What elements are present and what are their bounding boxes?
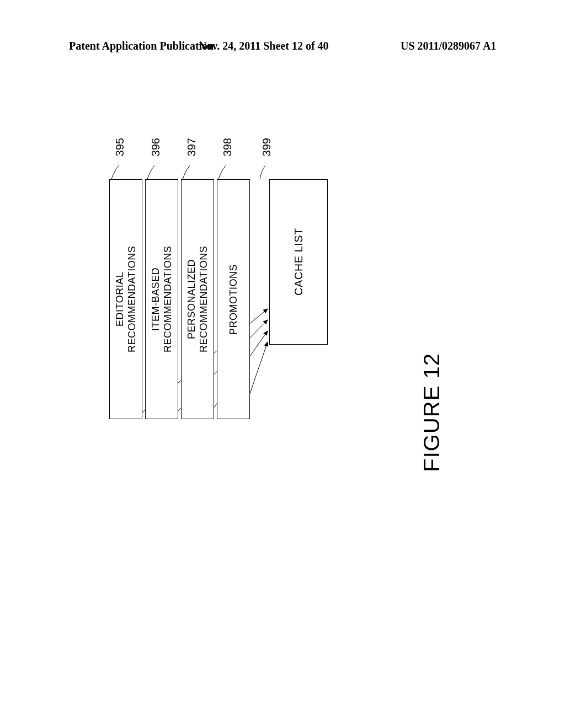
ref-398: 398 <box>221 138 234 156</box>
figure-title: FIGURE 12 <box>419 353 444 472</box>
diagram-svg <box>0 83 565 634</box>
box-personalized-label: PERSONALIZED RECOMMENDATIONS <box>185 246 210 352</box>
box-item-based-label: ITEM-BASED RECOMMENDATIONS <box>150 246 174 352</box>
header-center: Nov. 24, 2011 Sheet 12 of 40 <box>199 40 329 52</box>
box-editorial-label: EDITORIAL RECOMMENDATIONS <box>114 246 138 352</box>
ref-399: 399 <box>260 138 273 156</box>
page: Patent Application Publication Nov. 24, … <box>0 0 565 728</box>
header-left: Patent Application Publication <box>69 40 214 52</box>
box-personalized-recommendations: PERSONALIZED RECOMMENDATIONS <box>181 179 214 419</box>
box-promotions-label: PROMOTIONS <box>227 264 240 335</box>
ref-397: 397 <box>185 138 198 156</box>
box-editorial-recommendations: EDITORIAL RECOMMENDATIONS <box>109 179 142 419</box>
box-item-based-recommendations: ITEM-BASED RECOMMENDATIONS <box>145 179 178 419</box>
box-promotions: PROMOTIONS <box>217 179 250 419</box>
box-cache-label: CACHE LIST <box>292 228 305 296</box>
ref-395: 395 <box>114 138 126 156</box>
box-cache-list: CACHE LIST <box>269 179 328 345</box>
figure-area: EDITORIAL RECOMMENDATIONS 395 ITEM-BASED… <box>0 83 565 634</box>
ref-396: 396 <box>150 138 162 156</box>
header-right: US 2011/0289067 A1 <box>401 40 496 52</box>
